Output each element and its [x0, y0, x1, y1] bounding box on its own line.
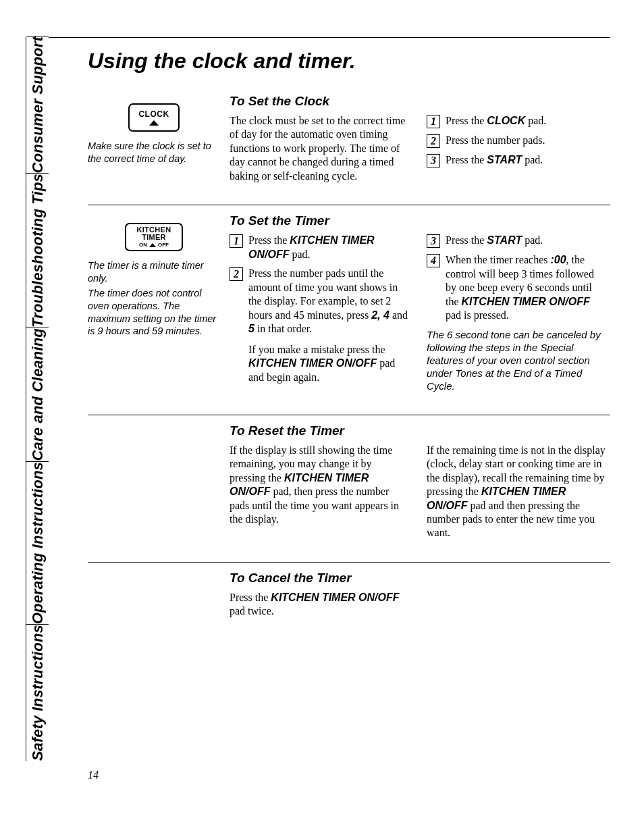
kitchen-timer-pad-icon: KITCHEN TIMER ON OFF: [125, 223, 183, 251]
clock-button-illustration: CLOCK: [88, 103, 220, 132]
step-number-icon: 1: [427, 115, 440, 128]
clock-pad-label: CLOCK: [138, 109, 169, 119]
up-arrow-icon: [149, 243, 156, 247]
tab-label: Troubleshooting Tips: [29, 174, 47, 328]
section-set-clock: CLOCK Make sure the clock is set to the …: [88, 86, 610, 205]
reset-left-text: If the display is still showing the time…: [230, 444, 409, 527]
side-tabs: Safety Instructions Operating Instructio…: [26, 37, 49, 761]
step-3: 3Press the START pad.: [427, 153, 606, 167]
step-number-icon: 2: [427, 134, 440, 148]
step-1: 1Press the KITCHEN TIMER ON/OFF pad.: [230, 234, 409, 261]
step-4: 4When the timer reaches :00, the control…: [427, 253, 606, 322]
timer-caption: The timer is a minute timer only. The ti…: [88, 259, 220, 337]
tab-label: Safety Instructions: [29, 625, 47, 761]
timer-left-steps: 1Press the KITCHEN TIMER ON/OFF pad. 2Pr…: [230, 234, 409, 384]
kitchen-timer-button-illustration: KITCHEN TIMER ON OFF: [88, 223, 220, 251]
section-cancel-timer: To Cancel the Timer Press the KITCHEN TI…: [88, 562, 610, 640]
step-number-icon: 2: [230, 267, 243, 281]
step-number-icon: 4: [427, 254, 440, 267]
timer-right-steps: 3Press the START pad. 4When the timer re…: [427, 234, 606, 322]
clock-steps: 1Press the CLOCK pad. 2Press the number …: [427, 114, 606, 167]
page-number: 14: [88, 769, 99, 781]
section-set-timer: KITCHEN TIMER ON OFF The timer is a minu…: [88, 205, 610, 414]
section-heading: To Set the Timer: [230, 213, 606, 228]
tab-operating-instructions[interactable]: Operating Instructions: [26, 461, 49, 624]
step-number-icon: 3: [427, 154, 440, 167]
step-2: 2Press the number pads.: [427, 134, 606, 148]
reset-right-text: If the remaining time is not in the disp…: [427, 444, 606, 540]
tab-consumer-support[interactable]: Consumer Support: [26, 36, 49, 173]
tab-safety-instructions[interactable]: Safety Instructions: [26, 624, 49, 761]
tab-care-and-cleaning[interactable]: Care and Cleaning: [26, 328, 49, 461]
step-number-icon: 1: [230, 234, 243, 248]
step-2: 2Press the number pads until the amount …: [230, 267, 409, 384]
tab-label: Consumer Support: [29, 36, 47, 173]
section-heading: To Set the Clock: [230, 94, 606, 109]
clock-caption: Make sure the clock is set to the correc…: [88, 140, 220, 165]
tab-label: Care and Cleaning: [29, 328, 47, 461]
clock-pad-icon: CLOCK: [128, 103, 180, 132]
page-frame: Using the clock and timer. CLOCK Make su…: [49, 37, 610, 640]
cancel-text: Press the KITCHEN TIMER ON/OFF pad twice…: [230, 591, 409, 619]
step-3: 3Press the START pad.: [427, 234, 606, 248]
timer-note: The 6 second tone can be canceled by fol…: [427, 328, 606, 393]
section-heading: To Cancel the Timer: [230, 571, 606, 585]
step-number-icon: 3: [427, 234, 440, 248]
page-title: Using the clock and timer.: [49, 38, 610, 86]
section-heading: To Reset the Timer: [230, 423, 606, 438]
tab-troubleshooting-tips[interactable]: Troubleshooting Tips: [26, 173, 49, 328]
tab-label: Operating Instructions: [29, 462, 47, 624]
up-arrow-icon: [149, 120, 159, 126]
step-1: 1Press the CLOCK pad.: [427, 114, 606, 128]
section-reset-timer: To Reset the Timer If the display is sti…: [88, 415, 610, 562]
clock-intro: The clock must be set to the correct tim…: [230, 114, 409, 183]
